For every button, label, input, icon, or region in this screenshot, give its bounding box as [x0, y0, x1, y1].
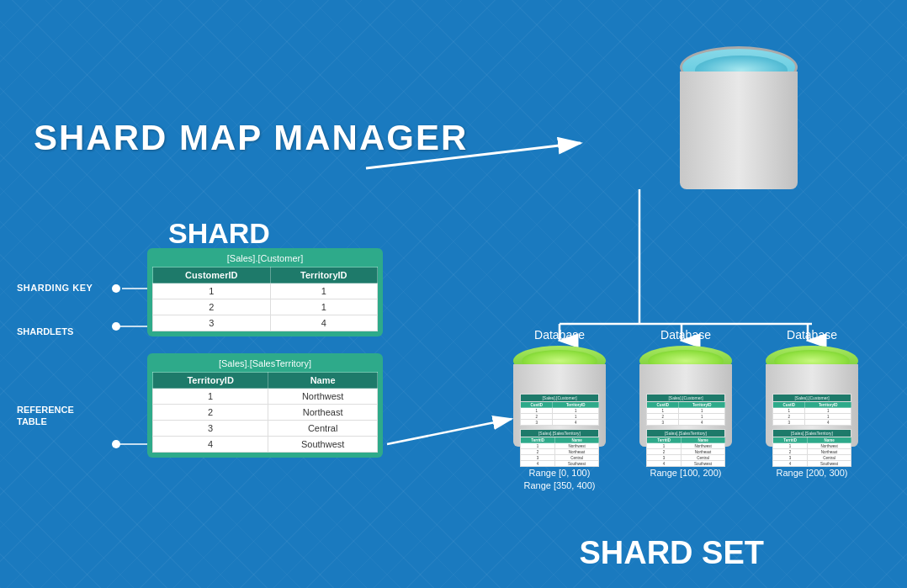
customer-table: CustomerID TerritoryID 11 21 34 [152, 267, 378, 331]
territory-table: TerritoryID Name 1Northwest 2Northeast 3… [152, 372, 378, 453]
table-row: 21 [153, 299, 378, 315]
territory-table-container: [Sales].[SalesTerritory] TerritoryID Nam… [147, 353, 383, 458]
main-title: SHARD MAP MANAGER [34, 118, 468, 158]
shard-2-item: Database [Sales].[Customer] CustIDTerrit… [631, 328, 740, 479]
table-row: 11 [153, 283, 378, 299]
shard-1-body: [Sales].[Customer] CustIDTerritoryID 11 … [513, 364, 606, 447]
database-label-2: Database [660, 328, 711, 342]
shard-1-tables: [Sales].[Customer] CustIDTerritoryID 11 … [520, 394, 599, 470]
sharding-key-dot [112, 284, 120, 293]
table-row: 2Northeast [153, 405, 378, 421]
shard-3-tables: [Sales].[Customer] CustIDTerritoryID 11 … [772, 394, 851, 470]
tables-container: [Sales].[Customer] CustomerID TerritoryI… [147, 248, 383, 458]
reference-table-dot [112, 440, 120, 448]
shardlets-dot [112, 322, 120, 331]
shardlets-label: SHARDLETS [17, 326, 73, 336]
shard-2-body: [Sales].[Customer] CustIDTerritoryID 11 … [639, 364, 732, 447]
svg-line-3 [387, 419, 512, 444]
sharding-key-label: SHARDING KEY [17, 283, 93, 293]
shard-1-item: Database [Sales].[Customer] CustIDTerrit… [505, 328, 614, 493]
shard-1-range: Range [0, 100)Range [350, 400) [523, 467, 595, 493]
table-row: 1Northwest [153, 389, 378, 405]
mini-customer-table-3: [Sales].[Customer] CustIDTerritoryID 11 … [772, 394, 851, 426]
shard-2-tables: [Sales].[Customer] CustIDTerritoryID 11 … [646, 394, 725, 470]
shard-label: SHARD [168, 217, 270, 250]
shard-1-cylinder: [Sales].[Customer] CustIDTerritoryID 11 … [513, 346, 606, 447]
customer-table-title: [Sales].[Customer] [152, 253, 378, 263]
shard-3-item: Database [Sales].[Customer] CustIDTerrit… [757, 328, 867, 479]
col-territoryid-2: TerritoryID [153, 373, 268, 389]
shard-3-body: [Sales].[Customer] CustIDTerritoryID 11 … [766, 364, 858, 447]
shards-section: Database [Sales].[Customer] CustIDTerrit… [505, 328, 867, 493]
database-label-3: Database [787, 328, 837, 342]
mini-customer-table-1: [Sales].[Customer] CustIDTerritoryID 11 … [520, 394, 599, 426]
table-row: 4Southwest [153, 437, 378, 453]
mini-customer-table-2: [Sales].[Customer] CustIDTerritoryID 11 … [646, 394, 725, 426]
shard-3-cylinder: [Sales].[Customer] CustIDTerritoryID 11 … [766, 346, 858, 447]
mini-territory-table-2: [Sales].[SalesTerritory] TerritIDName 1N… [646, 429, 725, 467]
main-database-cylinder [680, 46, 798, 189]
mini-territory-table-3: [Sales].[SalesTerritory] TerritIDName 1N… [772, 429, 851, 467]
database-label-1: Database [534, 328, 585, 342]
cylinder-body [680, 72, 798, 189]
territory-table-title: [Sales].[SalesTerritory] [152, 358, 378, 368]
table-row: 3Central [153, 421, 378, 437]
shard-set-label: SHARD SET [579, 535, 764, 571]
col-customerid: CustomerID [153, 268, 271, 283]
mini-territory-table-1: [Sales].[SalesTerritory] TerritIDName 1N… [520, 429, 599, 467]
reference-table-label: REFERENCETABLE [17, 404, 74, 428]
shard-2-cylinder: [Sales].[Customer] CustIDTerritoryID 11 … [639, 346, 732, 447]
customer-table-container: [Sales].[Customer] CustomerID TerritoryI… [147, 248, 383, 336]
table-row: 34 [153, 315, 378, 331]
col-name: Name [268, 373, 378, 389]
col-territoryid: TerritoryID [270, 268, 377, 283]
